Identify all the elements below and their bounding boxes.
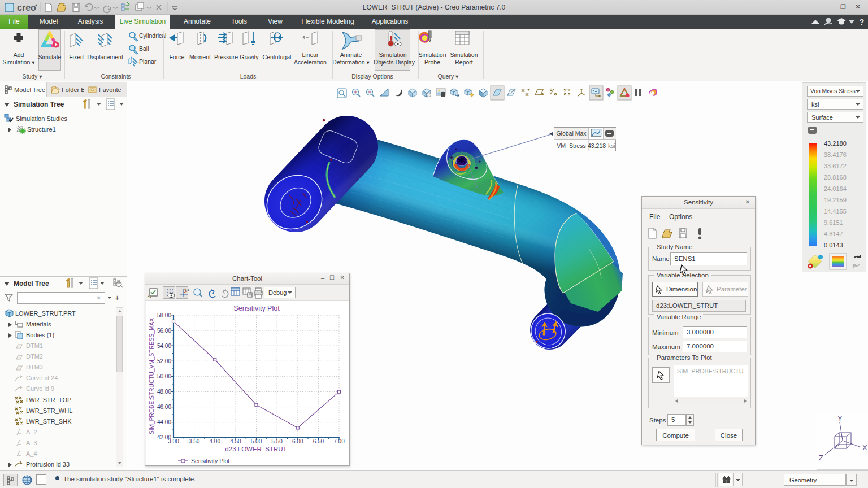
svg-text:46.00: 46.00 (157, 404, 171, 410)
svg-text:3.50: 3.50 (189, 438, 200, 445)
svg-text:1.5: 1.5 (185, 288, 190, 291)
svg-text:7.00: 7.00 (333, 438, 345, 445)
svg-text:6.00: 6.00 (292, 438, 303, 445)
svg-text:Y: Y (837, 414, 843, 422)
svg-text:d23:LOWER_STRUT: d23:LOWER_STRUT (225, 446, 287, 452)
svg-text:Sensitivity Plot: Sensitivity Plot (233, 304, 280, 312)
svg-text:52.00: 52.00 (157, 358, 171, 364)
svg-text:SIM_PROBE:STRUCTU_VM_STRESS_MA: SIM_PROBE:STRUCTU_VM_STRESS_MAX (149, 318, 155, 434)
svg-text:44.00: 44.00 (157, 419, 171, 425)
svg-text:50.00: 50.00 (157, 373, 171, 380)
svg-text:Sensitivity Plot: Sensitivity Plot (191, 457, 229, 464)
svg-text:58.00: 58.00 (157, 312, 171, 319)
svg-text:5.50: 5.50 (271, 438, 283, 445)
svg-text:X: X (862, 443, 867, 452)
svg-text:4.00: 4.00 (210, 438, 221, 445)
svg-text:3.00: 3.00 (168, 438, 179, 445)
svg-text:4.50: 4.50 (230, 438, 241, 445)
svg-text:5.00: 5.00 (251, 438, 262, 445)
svg-text:?: ? (860, 18, 865, 27)
svg-text:56.00: 56.00 (157, 328, 171, 334)
svg-text:Z: Z (819, 454, 823, 462)
svg-text:48.00: 48.00 (157, 389, 171, 395)
svg-text:6.50: 6.50 (313, 438, 324, 445)
svg-text:54.00: 54.00 (157, 343, 171, 349)
